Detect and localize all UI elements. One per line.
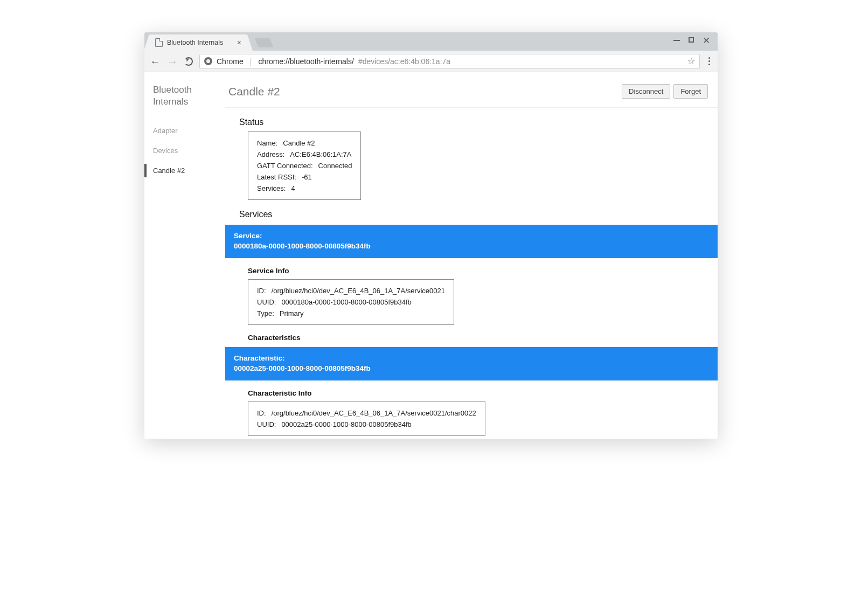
characteristic-uuid-value: 00002a25-0000-1000-8000-00805f9b34fb: [281, 420, 411, 428]
tab-title: Bluetooth Internals: [167, 39, 223, 46]
characteristic-id-label: ID:: [257, 409, 266, 417]
status-rssi-value: -61: [302, 173, 312, 181]
nav-back-icon[interactable]: ←: [150, 56, 161, 67]
status-heading: Status: [239, 117, 718, 127]
page-header: Candle #2 Disconnect Forget: [225, 84, 718, 108]
service-bar[interactable]: Service: 0000180a-0000-1000-8000-00805f9…: [225, 225, 718, 258]
chrome-scheme-icon: [204, 57, 212, 65]
characteristic-bar-label: Characteristic:: [234, 354, 709, 364]
service-bar-label: Service:: [234, 231, 709, 241]
browser-window: Bluetooth Internals × ✕ ← → Chrome | chr…: [144, 32, 718, 439]
url-scheme: Chrome: [217, 57, 244, 66]
tabstrip: Bluetooth Internals × ✕: [144, 32, 718, 51]
page-favicon-icon: [155, 38, 163, 47]
service-info-box: ID:/org/bluez/hci0/dev_AC_E6_4B_06_1A_7A…: [248, 279, 454, 325]
service-type-label: Type:: [257, 309, 274, 317]
status-gatt-label: GATT Connected:: [257, 162, 313, 170]
window-close-icon[interactable]: ✕: [703, 35, 710, 46]
service-id-value: /org/bluez/hci0/dev_AC_E6_4B_06_1A_7A/se…: [272, 287, 445, 295]
browser-menu-icon[interactable]: [706, 57, 712, 65]
app-name: Bluetooth Internals: [144, 84, 225, 121]
url-path: #devices/ac:e6:4b:06:1a:7a: [358, 57, 450, 66]
reload-icon[interactable]: [184, 57, 193, 66]
nav-forward-icon[interactable]: →: [167, 56, 178, 67]
new-tab-button[interactable]: [254, 38, 273, 47]
page-body: Bluetooth Internals Adapter Devices Cand…: [144, 72, 718, 439]
status-rssi-label: Latest RSSI:: [257, 173, 296, 181]
page-title: Candle #2: [228, 85, 618, 98]
status-box: Name:Candle #2 Address:AC:E6:4B:06:1A:7A…: [248, 131, 361, 200]
status-name-label: Name:: [257, 139, 277, 147]
content-pane: Candle #2 Disconnect Forget Status Name:…: [225, 72, 718, 439]
characteristic-bar-uuid: 00002a25-0000-1000-8000-00805f9b34fb: [234, 364, 709, 374]
window-controls: ✕: [673, 35, 718, 51]
status-services-label: Services:: [257, 184, 286, 192]
service-id-label: ID:: [257, 287, 266, 295]
address-bar[interactable]: Chrome | chrome://bluetooth-internals/#d…: [199, 54, 700, 69]
app-name-line1: Bluetooth: [153, 85, 192, 95]
sidebar-item-candle-2[interactable]: Candle #2: [144, 161, 225, 181]
characteristic-info-heading: Characteristic Info: [248, 389, 718, 397]
status-name-value: Candle #2: [283, 139, 315, 147]
service-info-heading: Service Info: [248, 267, 718, 275]
status-address-value: AC:E6:4B:06:1A:7A: [290, 150, 351, 158]
characteristic-id-value: /org/bluez/hci0/dev_AC_E6_4B_06_1A_7A/se…: [272, 409, 476, 417]
url-host: chrome://bluetooth-internals/: [258, 57, 353, 66]
characteristic-info-box: ID:/org/bluez/hci0/dev_AC_E6_4B_06_1A_7A…: [248, 402, 485, 436]
status-address-label: Address:: [257, 150, 284, 158]
app-name-line2: Internals: [153, 96, 188, 107]
service-uuid-value: 0000180a-0000-1000-8000-00805f9b34fb: [281, 298, 411, 306]
service-type-value: Primary: [280, 309, 304, 317]
service-uuid-label: UUID:: [257, 298, 276, 306]
forget-button[interactable]: Forget: [673, 84, 708, 99]
window-minimize-icon[interactable]: [673, 35, 680, 46]
window-maximize-icon[interactable]: [689, 35, 694, 46]
tab-close-icon[interactable]: ×: [237, 38, 241, 47]
characteristics-heading: Characteristics: [248, 334, 718, 342]
sidebar: Bluetooth Internals Adapter Devices Cand…: [144, 72, 225, 439]
services-heading: Services: [239, 210, 718, 219]
disconnect-button[interactable]: Disconnect: [622, 84, 670, 99]
sidebar-item-devices[interactable]: Devices: [144, 141, 225, 161]
url-separator: |: [248, 57, 254, 66]
service-bar-uuid: 0000180a-0000-1000-8000-00805f9b34fb: [234, 241, 709, 252]
status-services-value: 4: [291, 184, 295, 192]
browser-tab[interactable]: Bluetooth Internals ×: [150, 34, 247, 51]
bookmark-star-icon[interactable]: ☆: [687, 56, 695, 66]
sidebar-item-adapter[interactable]: Adapter: [144, 121, 225, 141]
characteristic-bar[interactable]: Characteristic: 00002a25-0000-1000-8000-…: [225, 347, 718, 380]
characteristic-uuid-label: UUID:: [257, 420, 276, 428]
status-gatt-value: Connected: [318, 162, 352, 170]
browser-toolbar: ← → Chrome | chrome://bluetooth-internal…: [144, 51, 718, 72]
